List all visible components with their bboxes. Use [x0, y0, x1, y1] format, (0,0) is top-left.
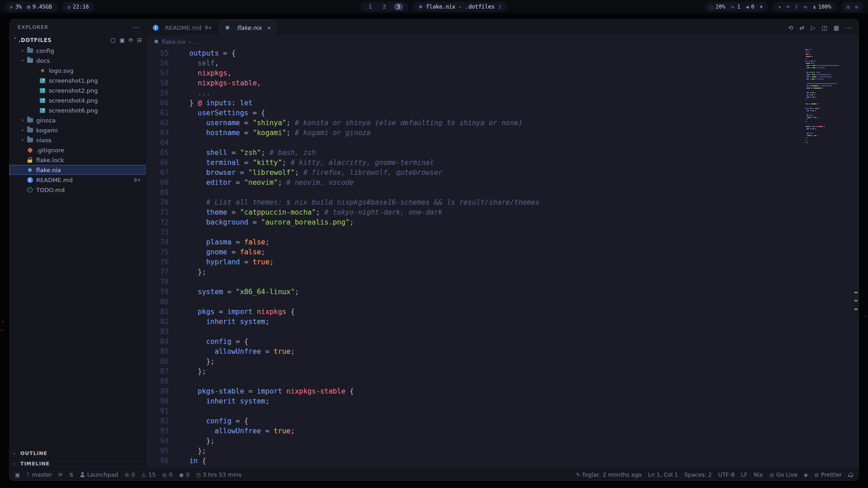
tasks[interactable]: ◉0	[179, 471, 189, 478]
tree-item-screenshot6.png[interactable]: screenshot6.png	[9, 105, 146, 115]
line-content: };	[169, 446, 206, 456]
line-number: 60	[146, 98, 169, 108]
code-line: 95 };	[146, 446, 800, 456]
gitlens-blame[interactable]: ✎foglar, 2 months ago	[576, 471, 642, 478]
layout-icon[interactable]: ▦	[834, 24, 839, 31]
launchpad[interactable]: Launchpad	[80, 471, 118, 478]
input-device[interactable]: ⌨	[787, 4, 790, 10]
collapse-folders-icon[interactable]: ⊟	[137, 37, 142, 43]
cursor-position[interactable]: Ln 1, Col 1	[648, 471, 678, 478]
tree-item-kogami[interactable]: ›kogami	[9, 125, 146, 135]
tab-flake.nix[interactable]: ❄flake.nix×	[218, 19, 278, 36]
audio-icon[interactable]: ♪	[498, 4, 501, 10]
workspace-2[interactable]: 2	[380, 3, 389, 10]
minimap-token	[811, 65, 812, 66]
tree-item-docs[interactable]: ›docs	[9, 56, 146, 66]
clock[interactable]: ◷22:16	[67, 4, 89, 10]
token: # bash, zsh	[269, 149, 316, 157]
notifications[interactable]	[848, 472, 853, 477]
code-line: 85 allowUnfree = true;	[146, 347, 800, 357]
volume[interactable]: ◀0	[746, 4, 755, 10]
views-more-icon[interactable]: ⋯	[133, 23, 139, 31]
code-view[interactable]: 55 outputs = {56 self,57 nixpkgs,58 nixp…	[146, 48, 800, 466]
breadcrumb-file[interactable]: flake.nix	[162, 38, 186, 45]
tree-item-config[interactable]: ›config	[9, 46, 146, 56]
git-compare[interactable]: ⇅	[69, 472, 74, 478]
memory-usage[interactable]: ▤9.45GB	[27, 4, 52, 10]
prettier[interactable]: ⊘Prettier	[814, 471, 842, 478]
tray-expand[interactable]: ▾	[778, 4, 781, 10]
close-icon[interactable]: ×	[267, 24, 272, 31]
encoding[interactable]: UTF-8	[718, 471, 735, 478]
token: =	[240, 129, 253, 137]
more-actions-icon[interactable]: ⋯	[845, 24, 851, 31]
new-folder-icon[interactable]: ▣	[119, 37, 125, 43]
token: "librewolf"	[248, 169, 295, 177]
brightness[interactable]: ◌20%	[710, 4, 725, 10]
power-menu[interactable]: ⊙	[855, 4, 858, 10]
line-number: 72	[146, 217, 169, 227]
section-outline[interactable]: ›OUTLINE	[9, 448, 146, 458]
line-number: 93	[146, 426, 169, 436]
extension-status[interactable]: ◈	[804, 472, 808, 478]
language-mode[interactable]: Nix	[754, 471, 763, 478]
bluetooth[interactable]: ᛒ	[795, 4, 798, 10]
tree-item-screenshot1.png[interactable]: screenshot1.png	[9, 75, 146, 85]
vpn-status[interactable]: ∿	[803, 4, 807, 10]
token: inherit	[206, 397, 236, 405]
errors[interactable]: ⊘0	[125, 471, 135, 478]
tree-item-screenshot2.png[interactable]: screenshot2.png	[9, 85, 146, 95]
network-signal[interactable]: ∿1	[731, 4, 740, 10]
check-icon	[26, 186, 34, 193]
line-content: shell = "zsh"; # bash, zsh	[169, 148, 316, 158]
minimap[interactable]	[804, 49, 851, 144]
tree-item-nixos[interactable]: ›nixos	[9, 135, 146, 145]
breadcrumb[interactable]: ❄ flake.nix › …	[146, 36, 859, 47]
refresh-explorer-icon[interactable]: ⟳	[129, 37, 134, 43]
token: editor	[206, 178, 231, 187]
eol[interactable]: LF	[741, 471, 747, 478]
ports[interactable]: ◎0	[162, 471, 172, 478]
history-icon[interactable]: ⟲	[788, 24, 793, 31]
tree-item-logo.svg[interactable]: ☀logo.svg	[9, 66, 146, 75]
tree-item-label: flake.lock	[36, 157, 64, 164]
tree-item-screenshot4.png[interactable]: screenshot4.png	[9, 95, 146, 105]
tree-item-flake.lock[interactable]: flake.lock	[9, 155, 146, 165]
tree-item-TODO.md[interactable]: TODO.md	[9, 185, 146, 195]
code-line: 67 browser = "librewolf"; # firefox, lib…	[146, 168, 800, 178]
run-icon[interactable]: ▷	[811, 24, 815, 31]
folder-icon	[26, 47, 34, 54]
line-number: 59	[146, 88, 169, 98]
minimap-token	[807, 65, 810, 66]
workspace-root-row[interactable]: › .DOTFILES ▢▣⟳⊟	[9, 35, 146, 46]
wakatime[interactable]: ◷3 hrs 53 mins	[196, 471, 241, 478]
tree-item-ginoza[interactable]: ›ginoza	[9, 115, 146, 125]
code-line: 72 background = "aurora_borealis.png";	[146, 217, 800, 227]
section-timeline[interactable]: ›TIMELINE	[9, 458, 146, 469]
workspace-1[interactable]: 1	[366, 3, 374, 10]
indentation[interactable]: Spaces: 2	[684, 471, 712, 478]
tree-item-flake.nix[interactable]: ❄flake.nix	[9, 165, 146, 175]
battery[interactable]: ▮100%	[813, 4, 831, 10]
editor-actions: ⟲⇄▷◫▦⋯	[781, 19, 859, 36]
workspace-3[interactable]: 3	[394, 3, 403, 10]
screenshot-tool[interactable]: ⊡	[847, 4, 850, 10]
remote-window[interactable]: ▣	[15, 472, 20, 478]
folder-open-icon	[26, 57, 34, 64]
go-live[interactable]: ◎Go Live	[769, 471, 797, 478]
tree-item-.gitignore[interactable]: .gitignore	[9, 145, 146, 155]
open-changes-icon[interactable]: ⇄	[800, 24, 805, 31]
split-editor-icon[interactable]: ◫	[821, 24, 827, 31]
warnings[interactable]: ⚠15	[142, 471, 156, 478]
git-branch[interactable]: ᛘmaster	[26, 471, 52, 478]
mic[interactable]: ♦	[760, 4, 763, 10]
cpu-usage[interactable]: ⊙3%	[10, 4, 22, 10]
new-file-icon[interactable]: ▢	[110, 37, 116, 43]
breadcrumb-symbol[interactable]: …	[194, 38, 200, 45]
token: allowUnfree	[215, 427, 261, 435]
tree-item-README.md[interactable]: README.md9+	[9, 175, 146, 185]
minimap-token	[806, 52, 807, 52]
editor-area[interactable]: 55 outputs = {56 self,57 nixpkgs,58 nixp…	[146, 47, 859, 469]
git-sync[interactable]: ⟳	[58, 472, 63, 478]
tab-README.md[interactable]: README.md9+	[146, 19, 218, 36]
